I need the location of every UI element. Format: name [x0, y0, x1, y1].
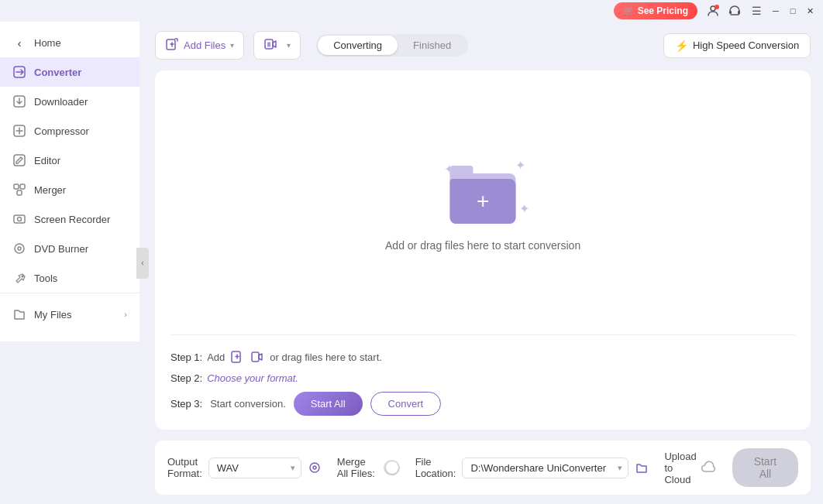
- file-location-select-wrapper: D:\Wondershare UniConverter: [462, 458, 628, 478]
- bolt-icon: ⚡: [675, 39, 688, 52]
- output-format-select[interactable]: WAV: [208, 458, 301, 478]
- main-content: Add Files ▾ ▾ Converting Finished: [139, 22, 823, 504]
- svg-point-13: [15, 244, 24, 253]
- file-location-browse-button[interactable]: [635, 461, 649, 475]
- close-button[interactable]: ✕: [803, 4, 817, 18]
- high-speed-button[interactable]: ⚡ High Speed Conversion: [663, 33, 811, 58]
- start-all-bottom-button[interactable]: Start All: [732, 448, 799, 487]
- output-format-field: Output Format: WAV: [167, 456, 322, 479]
- sidebar-item-screen-recorder[interactable]: Screen Recorder: [0, 204, 139, 234]
- sidebar: ‹ Home Converter: [0, 22, 139, 341]
- output-format-settings-button[interactable]: [308, 461, 322, 475]
- screen-recorder-icon: [12, 212, 26, 226]
- output-format-label: Output Format:: [167, 456, 202, 479]
- start-all-button[interactable]: Start All: [294, 392, 363, 416]
- back-icon: ‹: [12, 36, 26, 50]
- sidebar-item-tools[interactable]: Tools: [0, 263, 139, 293]
- sidebar-my-files-label: My Files: [34, 309, 71, 321]
- sparkle-top-right: ✦: [515, 158, 525, 173]
- titlebar-icons: ☰ ─ □ ✕: [704, 2, 817, 20]
- tools-icon: [12, 271, 26, 285]
- sidebar-item-dvd-burner[interactable]: DVD Burner: [0, 234, 139, 263]
- convert-button[interactable]: Convert: [370, 392, 442, 416]
- upload-cloud-label: Upload to Cloud: [664, 451, 696, 485]
- svg-rect-9: [20, 184, 25, 189]
- sidebar-bottom: My Files ›: [0, 293, 139, 335]
- step1-row: Step 1: Add or drag file: [170, 349, 795, 365]
- merge-all-toggle[interactable]: [384, 460, 400, 475]
- headset-button[interactable]: [725, 2, 744, 20]
- step3-label: Step 3:: [170, 398, 202, 410]
- cart-icon: 🛒: [623, 6, 634, 16]
- step3-text: Start conversion.: [210, 398, 286, 410]
- titlebar: 🛒 See Pricing ☰ ─ □ ✕: [0, 0, 823, 22]
- profile-button[interactable]: [704, 2, 722, 20]
- sidebar-converter-label: Converter: [34, 67, 81, 78]
- svg-rect-10: [17, 190, 22, 195]
- sidebar-item-home[interactable]: ‹ Home: [0, 28, 139, 57]
- toolbar: Add Files ▾ ▾ Converting Finished: [155, 31, 811, 60]
- svg-point-19: [310, 463, 319, 472]
- output-format-select-wrapper: WAV: [208, 458, 301, 478]
- my-files-icon: [12, 307, 26, 321]
- file-location-label: File Location:: [415, 456, 456, 479]
- sidebar-home-label: Home: [34, 37, 61, 49]
- add-files-chevron: ▾: [230, 41, 234, 50]
- sidebar-wrapper: ‹ Home Converter: [0, 22, 139, 504]
- minimize-button[interactable]: ─: [769, 4, 783, 18]
- sidebar-screen-recorder-label: Screen Recorder: [34, 214, 110, 225]
- sidebar-item-compressor[interactable]: Compressor: [0, 116, 139, 146]
- my-files-arrow: ›: [124, 310, 127, 319]
- sidebar-item-merger[interactable]: Merger: [0, 175, 139, 204]
- sidebar-item-converter[interactable]: Converter: [0, 57, 139, 87]
- sparkle-bottom-right: ✦: [519, 201, 529, 216]
- add-video-chevron: ▾: [287, 41, 291, 50]
- merger-icon: [12, 183, 26, 197]
- svg-point-12: [18, 218, 22, 221]
- sidebar-tools-label: Tools: [34, 273, 57, 284]
- step1-or-text: or drag files here to start.: [270, 351, 382, 363]
- svg-rect-18: [252, 352, 259, 362]
- drop-zone: ✦ ✦ + ✦ Add or drag files here to start …: [155, 70, 811, 430]
- see-pricing-button[interactable]: 🛒 See Pricing: [614, 2, 697, 19]
- svg-rect-8: [14, 184, 19, 189]
- file-location-select[interactable]: D:\Wondershare UniConverter: [462, 458, 628, 478]
- tab-switch: Converting Finished: [316, 34, 468, 57]
- sidebar-collapse-button[interactable]: ‹: [136, 248, 149, 279]
- tab-finished[interactable]: Finished: [398, 36, 467, 55]
- upload-cloud-field: Upload to Cloud: [664, 451, 716, 485]
- step2-text: Choose your format.: [207, 372, 298, 384]
- folder-front: +: [450, 179, 516, 224]
- step2-row: Step 2: Choose your format.: [170, 372, 795, 384]
- folder-icon: ✦ ✦ + ✦: [440, 154, 525, 224]
- step3-row: Step 3: Start conversion. Start All Conv…: [170, 392, 795, 416]
- file-location-field: File Location: D:\Wondershare UniConvert…: [415, 456, 649, 479]
- step2-label: Step 2:: [170, 372, 202, 384]
- downloader-icon: [12, 94, 26, 108]
- app-body: ‹ Home Converter: [0, 22, 823, 504]
- sidebar-dvd-burner-label: DVD Burner: [34, 243, 88, 255]
- svg-rect-7: [14, 155, 25, 166]
- steps-area: Step 1: Add or drag file: [155, 335, 811, 430]
- svg-rect-2: [729, 11, 732, 14]
- add-video-icon: [263, 37, 277, 53]
- add-video-button[interactable]: ▾: [253, 31, 301, 60]
- dvd-burner-icon: [12, 242, 26, 255]
- step1-label: Step 1:: [170, 351, 202, 363]
- maximize-button[interactable]: □: [786, 4, 800, 18]
- sidebar-item-downloader[interactable]: Downloader: [0, 87, 139, 116]
- compressor-icon: [12, 124, 26, 138]
- merge-all-field: Merge All Files:: [337, 456, 400, 479]
- add-files-button[interactable]: Add Files ▾: [155, 31, 244, 60]
- high-speed-label: High Speed Conversion: [693, 39, 799, 51]
- step1-add-video-icon: [250, 349, 265, 365]
- sidebar-editor-label: Editor: [34, 155, 60, 166]
- editor-icon: [12, 153, 26, 167]
- svg-rect-16: [265, 39, 273, 49]
- sidebar-item-editor[interactable]: Editor: [0, 146, 139, 175]
- upload-cloud-button[interactable]: [701, 461, 717, 475]
- menu-button[interactable]: ☰: [747, 2, 766, 20]
- drop-area[interactable]: ✦ ✦ + ✦ Add or drag files here to start …: [155, 70, 811, 334]
- tab-converting[interactable]: Converting: [318, 36, 398, 55]
- sidebar-item-my-files[interactable]: My Files ›: [0, 300, 139, 329]
